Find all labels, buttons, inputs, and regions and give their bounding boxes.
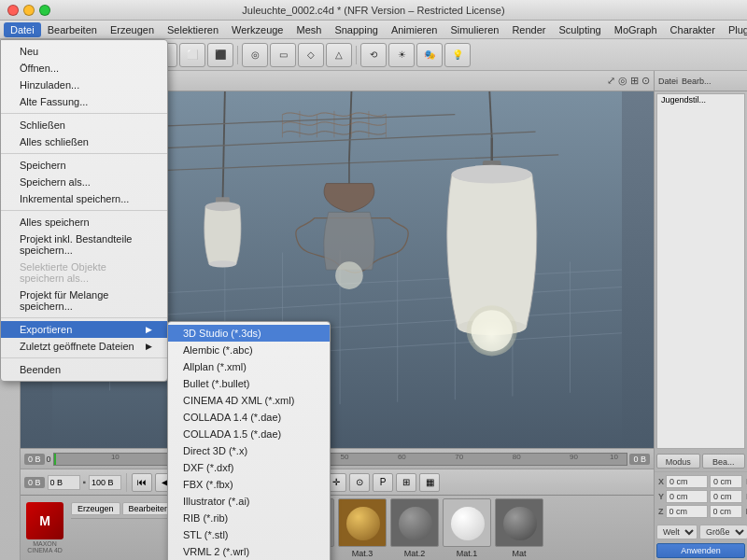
- toolbar-misc3-btn[interactable]: 🎭: [416, 43, 443, 67]
- coord-z-row: Z B: [658, 505, 743, 518]
- toolbar-obj4-btn[interactable]: △: [326, 43, 352, 67]
- viewport-icons: ⤢ ◎ ⊞ ⊙: [607, 75, 650, 87]
- pb-start-btn[interactable]: ⏮: [132, 473, 152, 492]
- coord-x-row: X H: [658, 475, 743, 488]
- window-title: Juleuchte_0002.c4d * (NFR Version – Rest…: [242, 5, 504, 16]
- coord-x2-input[interactable]: [710, 475, 742, 488]
- coord-x-input[interactable]: [666, 475, 708, 488]
- apply-button[interactable]: Anwenden: [656, 543, 745, 558]
- frame-input1[interactable]: [48, 475, 80, 490]
- viewport-icon1[interactable]: ⤢: [607, 75, 615, 87]
- menu-alte-fassung[interactable]: Alte Fassung...: [1, 93, 167, 110]
- material-mat[interactable]: Mat: [495, 498, 543, 558]
- menu-div1: [1, 113, 167, 114]
- material-mat3[interactable]: Mat.3: [338, 498, 387, 558]
- right-tab-datei[interactable]: Datei: [658, 77, 678, 86]
- menu-projekt-melange[interactable]: Projekt für Melange speichern...: [1, 287, 167, 315]
- export-bullet[interactable]: Bullet (*.bullet): [168, 375, 330, 392]
- menu-speichern[interactable]: Speichern: [1, 157, 167, 174]
- playback-controls: 0 B ▪ ⏮ ◀ ▶ ▶ ⏭ ● ⟲ ? ✛ ⊙ P ⊞ ▦: [21, 469, 654, 495]
- menu-alles-speichern[interactable]: Alles speichern: [1, 214, 167, 231]
- menu-hinzuladen[interactable]: Hinzuladen...: [1, 77, 167, 93]
- menu-sculpting[interactable]: Sculpting: [552, 22, 607, 37]
- menu-exportieren[interactable]: Exportieren ▶: [1, 321, 167, 338]
- export-fbx[interactable]: FBX (*.fbx): [168, 476, 330, 493]
- coord-y2-input[interactable]: [710, 490, 742, 503]
- menu-selektierte-objekte[interactable]: Selektierte Objekte speichern als...: [1, 259, 167, 287]
- menu-speichern-als[interactable]: Speichern als...: [1, 174, 167, 190]
- viewport-icon3[interactable]: ⊞: [630, 75, 639, 87]
- pb-misc5-btn[interactable]: P: [373, 473, 393, 492]
- toolbar-misc1-btn[interactable]: ⟲: [360, 43, 387, 67]
- export-illustrator[interactable]: Illustrator (*.ai): [168, 493, 330, 510]
- hierarchy-item-jugend[interactable]: Jugendstil...: [657, 94, 744, 105]
- menu-beenden[interactable]: Beenden: [1, 361, 167, 378]
- world-row: Welt Größe: [655, 523, 747, 541]
- export-rib[interactable]: RIB (*.rib): [168, 510, 330, 526]
- toolbar-sep3: [237, 46, 238, 64]
- timeline-track[interactable]: 10 20 30 40 50 60 70 80 90 10: [53, 453, 628, 466]
- menu-div5: [1, 357, 167, 358]
- menu-schliessen[interactable]: Schließen: [1, 117, 167, 133]
- menu-inkremental[interactable]: Inkremental speichern...: [1, 190, 167, 207]
- menu-render[interactable]: Render: [505, 22, 552, 37]
- export-collada15[interactable]: COLLADA 1.5 (*.dae): [168, 426, 330, 442]
- menu-animieren[interactable]: Animieren: [385, 22, 444, 37]
- pb-misc4-btn[interactable]: ⊙: [349, 473, 370, 492]
- menu-selektieren[interactable]: Selektieren: [161, 22, 225, 37]
- menu-simulieren[interactable]: Simulieren: [444, 22, 505, 37]
- menu-projekt-bestandteile[interactable]: Projekt inkl. Bestandteile speichern...: [1, 231, 167, 259]
- right-tab-bearb[interactable]: Bearb...: [682, 77, 712, 86]
- toolbar-obj3-btn[interactable]: ◇: [298, 43, 324, 67]
- menu-werkzeuge[interactable]: Werkzeuge: [225, 22, 289, 37]
- menu-plugins[interactable]: Plug-ins: [722, 22, 747, 37]
- menu-neu[interactable]: Neu: [1, 43, 167, 60]
- menu-oeffnen[interactable]: Öffnen...: [1, 60, 167, 77]
- pb-misc6-btn[interactable]: ⊞: [396, 473, 416, 492]
- toolbar-obj2-btn[interactable]: ▭: [270, 43, 296, 67]
- coord-z-input[interactable]: [666, 505, 708, 518]
- menu-bearbeiten[interactable]: Bearbeiten: [41, 22, 104, 37]
- menu-mesh[interactable]: Mesh: [289, 22, 328, 37]
- viewport-icon4[interactable]: ⊙: [641, 75, 650, 87]
- minimize-button[interactable]: [23, 5, 35, 16]
- toolbar-obj1-btn[interactable]: ◎: [242, 43, 268, 67]
- coord-y-input[interactable]: [666, 490, 708, 503]
- pb-misc7-btn[interactable]: ▦: [419, 473, 440, 492]
- menu-charakter[interactable]: Charakter: [664, 22, 722, 37]
- mode-modus-btn[interactable]: Modus: [656, 454, 700, 469]
- frame-input2[interactable]: [89, 475, 121, 490]
- menu-snapping[interactable]: Snapping: [328, 22, 385, 37]
- export-stl[interactable]: STL (*.stl): [168, 526, 330, 543]
- maximize-button[interactable]: [39, 5, 50, 16]
- export-collada14[interactable]: COLLADA 1.4 (*.dae): [168, 409, 330, 426]
- toolbar-render4-btn[interactable]: ⬛: [207, 43, 233, 67]
- window-controls: [7, 5, 50, 16]
- export-vrml2[interactable]: VRML 2 (*.wrl): [168, 543, 330, 560]
- menu-zuletzt[interactable]: Zuletzt geöffnete Dateien ▶: [1, 338, 167, 355]
- toolbar-render3-btn[interactable]: ⬜: [179, 43, 205, 67]
- toolbar-misc4-btn[interactable]: 💡: [444, 43, 471, 67]
- menu-alles-schliessen[interactable]: Alles schließen: [1, 133, 167, 150]
- material-mat1[interactable]: Mat.1: [443, 498, 491, 558]
- viewport-icon2[interactable]: ◎: [618, 75, 627, 87]
- export-alembic[interactable]: Alembic (*.abc): [168, 342, 330, 358]
- mode-bea-btn[interactable]: Bea...: [702, 454, 746, 469]
- menu-erzeugen[interactable]: Erzeugen: [104, 22, 161, 37]
- title-bar: Juleuchte_0002.c4d * (NFR Version – Rest…: [0, 0, 747, 21]
- menu-datei[interactable]: Datei: [4, 22, 41, 37]
- export-direct3d[interactable]: Direct 3D (*.x): [168, 442, 330, 459]
- close-button[interactable]: [7, 5, 19, 16]
- svg-point-21: [205, 202, 240, 211]
- size-select[interactable]: Größe: [699, 525, 747, 539]
- export-3ds[interactable]: 3D Studio (*.3ds): [168, 325, 330, 342]
- mat-tab-erzeugen[interactable]: Erzeugen: [71, 502, 120, 515]
- material-mat2[interactable]: Mat.2: [390, 498, 439, 558]
- toolbar-misc2-btn[interactable]: ☀: [388, 43, 415, 67]
- export-allplan[interactable]: Allplan (*.xml): [168, 358, 330, 375]
- menu-mograph[interactable]: MoGraph: [608, 22, 664, 37]
- world-select[interactable]: Welt: [656, 525, 698, 539]
- export-dxf[interactable]: DXF (*.dxf): [168, 459, 330, 476]
- coord-z2-input[interactable]: [710, 505, 742, 518]
- export-c4dxml[interactable]: CINEMA 4D XML (*.xml): [168, 392, 330, 409]
